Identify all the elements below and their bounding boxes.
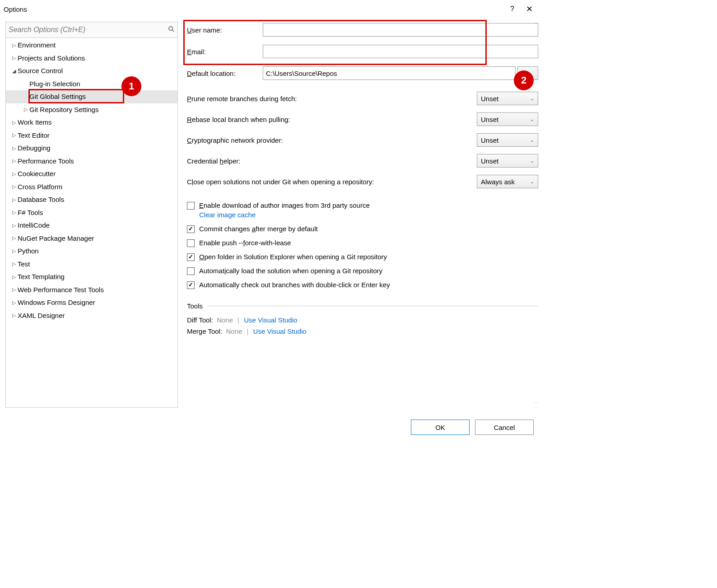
- tree-item-label: NuGet Package Manager: [18, 232, 94, 245]
- tree-item-label: Debugging: [18, 142, 51, 155]
- merge-tool-row: Merge Tool: None | Use Visual Studio: [187, 327, 538, 335]
- caret-collapsed-icon: ▷: [10, 131, 18, 140]
- annotation-badge-2: 2: [514, 70, 534, 90]
- caret-collapsed-icon: ▷: [10, 208, 18, 217]
- cred-row: Credential helper: Unset⌄: [187, 154, 538, 168]
- tree-item-projects-and-solutions[interactable]: ▷Projects and Solutions: [6, 52, 177, 65]
- email-input[interactable]: [263, 45, 538, 58]
- default-location-label: Default location:: [187, 70, 263, 77]
- tree-item-label: Text Templating: [18, 271, 65, 284]
- tree-item-label: Environment: [18, 39, 56, 52]
- tree-item-label: Database Tools: [18, 193, 64, 206]
- ok-button[interactable]: OK: [411, 420, 470, 435]
- caret-collapsed-icon: ▷: [22, 105, 29, 114]
- tree-item-git-repository-settings[interactable]: ▷Git Repository Settings: [6, 103, 177, 117]
- tree-item-database-tools[interactable]: ▷Database Tools: [6, 193, 177, 206]
- tree-item-source-control[interactable]: ◢Source Control: [6, 65, 177, 78]
- checkbox-icon: [187, 225, 195, 233]
- dialog-buttons: OK Cancel: [0, 411, 542, 443]
- caret-collapsed-icon: ▷: [10, 233, 18, 243]
- close-icon[interactable]: ✕: [522, 4, 536, 14]
- tree-item-work-items[interactable]: ▷Work Items: [6, 116, 177, 129]
- merge-use-vs-link[interactable]: Use Visual Studio: [253, 327, 307, 335]
- download-images-check[interactable]: Enable download of author images from 3r…: [187, 201, 538, 219]
- caret-collapsed-icon: ▷: [10, 195, 18, 205]
- caret-collapsed-icon: ▷: [10, 221, 18, 230]
- caret-collapsed-icon: ▷: [10, 298, 18, 308]
- tools-header: Tools: [187, 302, 538, 310]
- titlebar: Options ? ✕: [0, 0, 542, 18]
- tree-item-plug-in-selection[interactable]: Plug-in Selection: [6, 78, 177, 91]
- tree-item-text-editor[interactable]: ▷Text Editor: [6, 129, 177, 142]
- help-icon[interactable]: ?: [502, 5, 522, 13]
- open-folder-check[interactable]: Open folder in Solution Explorer when op…: [187, 252, 538, 261]
- dialog-title: Options: [4, 5, 502, 13]
- vertical-scrollbar[interactable]: ˆ ˇ: [533, 23, 539, 407]
- tree-item-xaml-designer[interactable]: ▷XAML Designer: [6, 309, 177, 322]
- checkbox-icon: [187, 239, 195, 247]
- caret-collapsed-icon: ▷: [10, 247, 18, 256]
- tree-item-python[interactable]: ▷Python: [6, 245, 177, 258]
- tree-item-intellicode[interactable]: ▷IntelliCode: [6, 219, 177, 232]
- caret-collapsed-icon: ▷: [10, 259, 18, 269]
- default-location-input[interactable]: [263, 66, 516, 80]
- options-tree[interactable]: ▷Environment▷Projects and Solutions◢Sour…: [6, 38, 177, 407]
- caret-collapsed-icon: ▷: [10, 285, 18, 294]
- prune-combo[interactable]: Unset⌄: [477, 92, 538, 105]
- tree-item-cookiecutter[interactable]: ▷Cookiecutter: [6, 168, 177, 181]
- crypto-combo[interactable]: Unset⌄: [477, 133, 538, 147]
- auto-load-check[interactable]: Automatically load the solution when ope…: [187, 266, 538, 275]
- caret-collapsed-icon: ▷: [10, 118, 18, 127]
- tree-item-label: Windows Forms Designer: [18, 296, 95, 309]
- content-area: ▷Environment▷Projects and Solutions◢Sour…: [0, 18, 542, 411]
- crypto-row: Cryptographic network provider: Unset⌄: [187, 133, 538, 147]
- default-location-row: Default location: ...: [187, 66, 538, 80]
- sidebar: ▷Environment▷Projects and Solutions◢Sour…: [5, 22, 178, 408]
- commit-after-merge-check[interactable]: Commit changes after merge by default: [187, 224, 538, 233]
- scroll-down-icon: ˇ: [533, 401, 539, 407]
- username-label: User name:: [187, 26, 263, 34]
- cred-combo[interactable]: Unset⌄: [477, 154, 538, 168]
- rebase-row: Rebase local branch when pulling: Unset⌄: [187, 112, 538, 126]
- settings-panel: 2 User name: Email: Default location: ..…: [184, 22, 538, 408]
- options-dialog: Options ? ✕ ▷Environment▷Projects and So…: [0, 0, 542, 443]
- tree-item-f-tools[interactable]: ▷F# Tools: [6, 206, 177, 219]
- tree-item-nuget-package-manager[interactable]: ▷NuGet Package Manager: [6, 232, 177, 245]
- tree-item-web-performance-test-tools[interactable]: ▷Web Performance Test Tools: [6, 284, 177, 297]
- caret-collapsed-icon: ▷: [10, 53, 18, 63]
- tree-item-windows-forms-designer[interactable]: ▷Windows Forms Designer: [6, 296, 177, 309]
- username-row: User name:: [187, 23, 538, 37]
- rebase-combo[interactable]: Unset⌄: [477, 112, 538, 126]
- tree-item-text-templating[interactable]: ▷Text Templating: [6, 271, 177, 284]
- username-input[interactable]: [263, 23, 538, 37]
- diff-tool-row: Diff Tool: None | Use Visual Studio: [187, 316, 538, 324]
- caret-collapsed-icon: ▷: [10, 272, 18, 282]
- tree-item-label: Work Items: [18, 116, 52, 129]
- clear-image-cache-link[interactable]: Clear image cache: [199, 211, 256, 219]
- tree-item-debugging[interactable]: ▷Debugging: [6, 142, 177, 155]
- tree-item-git-global-settings[interactable]: Git Global Settings: [6, 90, 177, 103]
- force-lease-check[interactable]: Enable push --force-with-lease: [187, 238, 538, 247]
- tree-item-test[interactable]: ▷Test: [6, 258, 177, 271]
- caret-collapsed-icon: ▷: [10, 41, 18, 50]
- tree-item-label: Text Editor: [18, 129, 50, 142]
- caret-collapsed-icon: ▷: [10, 144, 18, 153]
- email-row: Email:: [187, 44, 538, 59]
- cancel-button[interactable]: Cancel: [475, 420, 534, 435]
- tree-item-label: Performance Tools: [18, 155, 74, 168]
- tree-item-environment[interactable]: ▷Environment: [6, 39, 177, 52]
- caret-collapsed-icon: ▷: [10, 311, 18, 320]
- caret-collapsed-icon: ▷: [10, 182, 18, 191]
- close-combo[interactable]: Always ask⌄: [477, 175, 538, 188]
- diff-use-vs-link[interactable]: Use Visual Studio: [244, 316, 297, 324]
- tree-item-cross-platform[interactable]: ▷Cross Platform: [6, 181, 177, 194]
- prune-row: Prune remote branches during fetch: Unse…: [187, 91, 538, 106]
- scroll-up-icon: ˆ: [533, 23, 539, 28]
- checkbox-icon: [187, 281, 195, 289]
- tree-item-label: IntelliCode: [18, 219, 50, 232]
- tree-item-label: Git Repository Settings: [29, 103, 98, 117]
- tree-item-label: Projects and Solutions: [18, 52, 85, 65]
- auto-checkout-check[interactable]: Automatically check out branches with do…: [187, 280, 538, 289]
- tree-item-performance-tools[interactable]: ▷Performance Tools: [6, 155, 177, 168]
- search-input[interactable]: [6, 22, 177, 37]
